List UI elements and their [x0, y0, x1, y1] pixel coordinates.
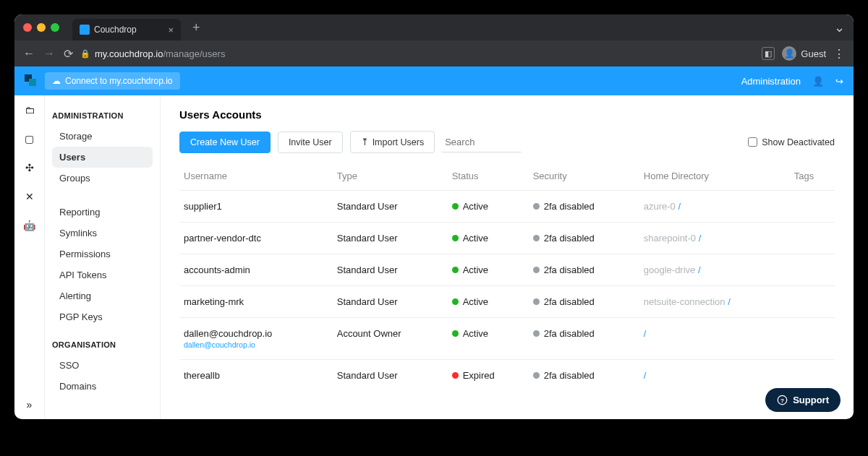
sidebar-item-sso[interactable]: SSO — [52, 355, 153, 376]
connect-button[interactable]: ☁ Connect to my.couchdrop.io — [45, 72, 180, 90]
support-label: Support — [793, 395, 829, 405]
favicon-icon — [80, 25, 90, 35]
cell-security: 2fa disabled — [529, 254, 639, 286]
sidebar-item-pgp-keys[interactable]: PGP Keys — [52, 306, 153, 327]
forward-button[interactable]: → — [43, 47, 55, 60]
sidebar-item-reporting[interactable]: Reporting — [52, 202, 153, 223]
support-button[interactable]: ? Support — [765, 388, 841, 412]
app-header: ☁ Connect to my.couchdrop.io Administrat… — [14, 66, 854, 95]
browser-tab[interactable]: Couchdrop × — [72, 19, 181, 40]
tabs-dropdown-icon[interactable]: ⌄ — [834, 20, 845, 35]
cell-tags — [790, 360, 835, 392]
new-tab-button[interactable]: + — [192, 20, 200, 35]
column-header: Security — [529, 165, 639, 191]
minimize-window-button[interactable] — [37, 23, 46, 32]
cell-type: Standard User — [333, 191, 448, 223]
table-row[interactable]: thereallbStandard UserExpired2fa disable… — [179, 360, 835, 392]
reload-button[interactable]: ⟳ — [64, 47, 73, 61]
table-row[interactable]: partner-vendor-dtcStandard UserActive2fa… — [179, 223, 835, 254]
profile-chip[interactable]: 👤 Guest — [782, 46, 826, 61]
rail-inbox-icon[interactable]: ▢ — [25, 133, 34, 145]
app-logo-icon — [25, 74, 38, 87]
logout-icon[interactable]: ↪ — [835, 76, 843, 87]
upload-icon: ⤒ — [361, 137, 369, 147]
cell-security: 2fa disabled — [529, 191, 639, 223]
show-deactivated-checkbox[interactable] — [748, 137, 757, 147]
table-row[interactable]: dallen@couchdrop.iodallen@couchdrop.ioAc… — [179, 318, 835, 360]
cell-username: partner-vendor-dtc — [179, 223, 333, 254]
sidebar-item-groups[interactable]: Groups — [52, 168, 153, 189]
maximize-window-button[interactable] — [51, 23, 59, 32]
status-dot-icon — [452, 267, 459, 273]
cell-status: Expired — [448, 360, 529, 392]
cell-username: dallen@couchdrop.iodallen@couchdrop.io — [179, 318, 333, 360]
table-row[interactable]: supplier1Standard UserActive2fa disabled… — [179, 191, 835, 223]
invite-user-button[interactable]: Invite User — [278, 132, 343, 153]
cell-type: Standard User — [333, 286, 448, 318]
avatar-icon: 👤 — [782, 46, 796, 61]
rail-expand-icon[interactable]: » — [27, 399, 33, 410]
status-dot-icon — [452, 298, 459, 305]
cell-security: 2fa disabled — [529, 223, 639, 254]
connect-label: Connect to my.couchdrop.io — [65, 76, 173, 86]
close-window-button[interactable] — [23, 23, 32, 32]
sidebar-item-alerting[interactable]: Alerting — [52, 285, 153, 306]
status-dot-icon — [452, 330, 459, 337]
browser-menu-button[interactable]: ⋮ — [833, 47, 845, 61]
column-header: Status — [448, 165, 529, 191]
show-deactivated-label: Show Deactivated — [762, 137, 835, 147]
tab-title: Couchdrop — [94, 25, 137, 35]
back-button[interactable]: ← — [23, 47, 35, 60]
sidebar-item-symlinks[interactable]: Symlinks — [52, 223, 153, 244]
rail-bot-icon[interactable]: 🤖 — [23, 220, 35, 231]
nav-heading-organisation: ORGANISATION — [52, 340, 153, 349]
cell-tags — [790, 254, 835, 286]
cell-tags — [790, 318, 835, 360]
security-dot-icon — [533, 235, 540, 241]
cell-home-directory: sharepoint-0 / — [639, 223, 790, 254]
sidebar-item-users[interactable]: Users — [52, 147, 153, 168]
rail-random-icon[interactable]: ✕ — [25, 191, 34, 202]
column-header: Home Directory — [639, 165, 790, 191]
cell-status: Active — [448, 223, 529, 254]
cell-username: supplier1 — [179, 191, 333, 223]
account-icon[interactable]: 👤 — [812, 76, 824, 87]
security-dot-icon — [533, 330, 540, 337]
table-row[interactable]: marketing-mrkStandard UserActive2fa disa… — [179, 286, 835, 318]
administration-link[interactable]: Administration — [741, 76, 801, 87]
close-tab-icon[interactable]: × — [168, 25, 174, 35]
sidebar-item-domains[interactable]: Domains — [52, 376, 153, 397]
cell-security: 2fa disabled — [529, 318, 639, 360]
cell-username: thereallb — [179, 360, 333, 392]
show-deactivated-toggle[interactable]: Show Deactivated — [748, 137, 835, 147]
rail-share-icon[interactable]: ✣ — [25, 162, 34, 173]
icon-rail: 🗀 ▢ ✣ ✕ 🤖 » — [14, 95, 45, 419]
import-users-button[interactable]: ⤒ Import Users — [350, 131, 435, 153]
extensions-icon[interactable]: ◧ — [762, 47, 775, 60]
page-title: Users Accounts — [179, 108, 835, 121]
cell-type: Standard User — [333, 223, 448, 254]
security-dot-icon — [533, 267, 540, 273]
table-row[interactable]: accounts-adminStandard UserActive2fa dis… — [179, 254, 835, 286]
cloud-icon: ☁ — [52, 76, 61, 86]
cell-type: Account Owner — [333, 318, 448, 360]
url-text: my.couchdrop.io/manage/users — [95, 48, 225, 59]
rail-files-icon[interactable]: 🗀 — [25, 104, 35, 116]
browser-window: Couchdrop × + ⌄ ← → ⟳ 🔒 my.couchdrop.io/… — [14, 14, 854, 419]
cell-type: Standard User — [333, 360, 448, 392]
sidebar-item-permissions[interactable]: Permissions — [52, 244, 153, 264]
address-bar[interactable]: 🔒 my.couchdrop.io/manage/users — [80, 48, 754, 59]
app-content: 🗀 ▢ ✣ ✕ 🤖 » ADMINISTRATION StorageUsersG… — [14, 95, 854, 419]
users-table: UsernameTypeStatusSecurityHome Directory… — [179, 165, 835, 391]
search-input[interactable] — [442, 132, 522, 152]
titlebar: Couchdrop × + ⌄ — [14, 14, 854, 40]
sidebar-item-api-tokens[interactable]: API Tokens — [52, 264, 153, 285]
cell-home-directory: / — [639, 360, 790, 392]
create-user-button[interactable]: Create New User — [179, 132, 271, 153]
sidebar-item-storage[interactable]: Storage — [52, 126, 153, 147]
status-dot-icon — [452, 203, 459, 210]
cell-username: marketing-mrk — [179, 286, 333, 318]
cell-status: Active — [448, 318, 529, 360]
column-header: Username — [179, 165, 333, 191]
profile-label: Guest — [801, 48, 826, 59]
